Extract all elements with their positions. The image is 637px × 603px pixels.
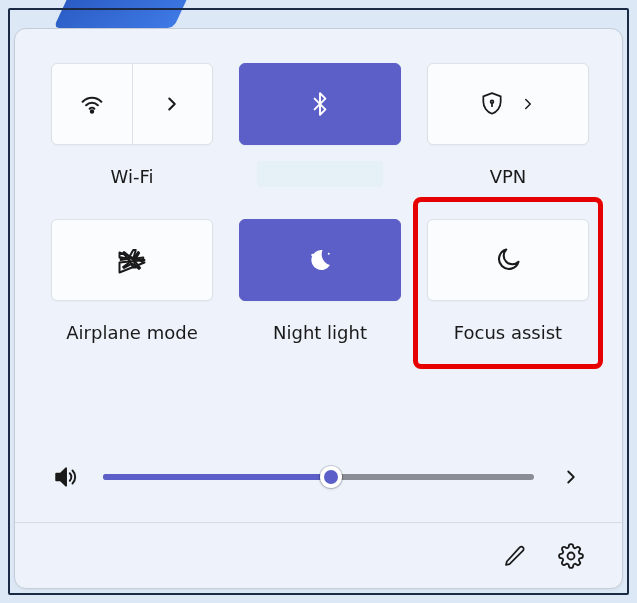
speaker-icon [53, 464, 79, 490]
bottom-bar [15, 522, 622, 588]
focus-assist-tile[interactable] [427, 219, 589, 301]
wifi-toggle[interactable] [52, 64, 132, 144]
chevron-right-icon [519, 95, 537, 113]
volume-row [15, 434, 622, 522]
pencil-icon [503, 544, 527, 568]
nightlight-label: Night light [239, 317, 401, 347]
focusassist-label: Focus assist [427, 317, 589, 347]
chevron-right-icon [560, 466, 582, 488]
edit-button[interactable] [500, 541, 530, 571]
volume-slider-thumb[interactable] [320, 466, 342, 488]
volume-slider[interactable] [103, 474, 534, 480]
volume-slider-fill [103, 474, 331, 480]
moon-stars-icon [305, 245, 335, 275]
chevron-right-icon [161, 93, 183, 115]
airplane-mode-tile[interactable] [51, 219, 213, 301]
quick-settings-panel: Wi-Fi [14, 28, 623, 589]
wifi-icon [78, 90, 106, 118]
svg-point-4 [314, 265, 316, 267]
tile-row-2: Airplane mode Night light [51, 219, 586, 347]
airplane-label: Airplane mode [51, 317, 213, 347]
tiles-area: Wi-Fi [15, 29, 622, 434]
tile-col-wifi: Wi-Fi [51, 63, 213, 191]
svg-point-3 [311, 254, 314, 257]
tile-col-focusassist: Focus assist [427, 219, 589, 347]
vpn-label: VPN [427, 161, 589, 191]
wifi-expand-button[interactable] [132, 64, 213, 144]
tile-col-nightlight: Night light [239, 219, 401, 347]
tile-col-airplane: Airplane mode [51, 219, 213, 347]
svg-marker-6 [56, 468, 66, 485]
gear-icon [558, 543, 584, 569]
vpn-tile[interactable] [427, 63, 589, 145]
moon-icon [494, 246, 522, 274]
bluetooth-icon [307, 91, 333, 117]
night-light-tile[interactable] [239, 219, 401, 301]
tile-row-1: Wi-Fi [51, 63, 586, 191]
bluetooth-tile[interactable] [239, 63, 401, 145]
tile-col-vpn: VPN [427, 63, 589, 191]
svg-point-0 [91, 110, 93, 112]
shield-lock-icon [479, 91, 505, 117]
volume-button[interactable] [51, 462, 81, 492]
svg-point-7 [568, 552, 575, 559]
wifi-tile[interactable] [51, 63, 213, 145]
wifi-label: Wi-Fi [51, 161, 213, 191]
volume-expand-button[interactable] [556, 462, 586, 492]
window-accent-decoration [53, 0, 186, 28]
svg-point-5 [328, 253, 330, 255]
bluetooth-label [257, 161, 383, 187]
tile-col-bluetooth [239, 63, 401, 191]
airplane-icon [117, 245, 147, 275]
settings-button[interactable] [556, 541, 586, 571]
